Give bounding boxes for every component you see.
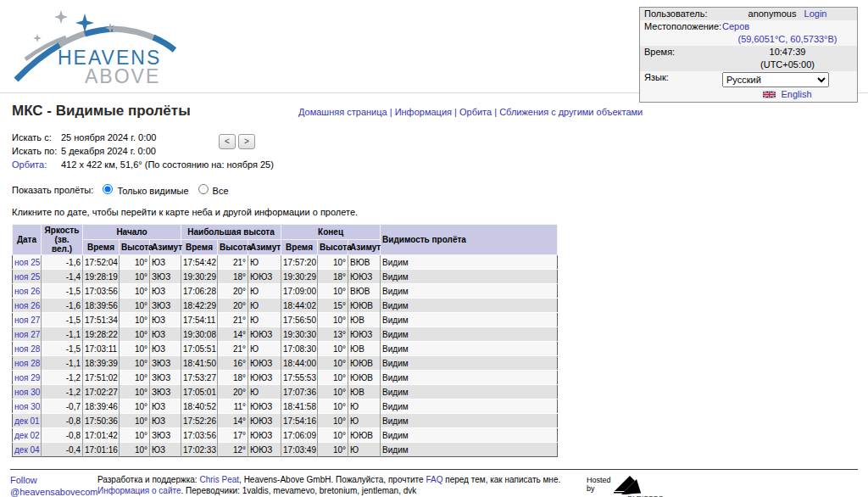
main-content: МКС - Видимые пролёты Домашняя страница … [12,103,856,457]
pass-magnitude: -1,5 [42,342,83,356]
pass-max-azimuth: ЮЮЗ [248,270,281,284]
pass-start-altitude: 10° [120,299,150,313]
logo-graphic: HEAVENS ABOVE [12,5,186,88]
pass-end-altitude: 10° [318,255,348,270]
pass-date-link[interactable]: ноя 27 [14,330,40,339]
col-group-max: Наибольшая высота [181,225,281,240]
col-group-end: Конец [281,225,381,240]
pass-date-link[interactable]: ноя 29 [14,373,40,383]
pass-max-altitude: 16° [218,356,248,371]
pass-end-altitude: 10° [318,284,348,299]
col-header-end-alt: Высота [318,240,348,255]
nav-link-3[interactable]: Сближения с другими объектами [499,107,643,117]
table-row: ноя 25 -1,4 19:28:19 10° ЗЮЗ 19:30:29 18… [13,270,558,284]
pass-end-altitude: 10° [318,371,348,385]
pass-date-link[interactable]: ноя 26 [14,301,40,310]
visible-only-radio[interactable] [103,184,113,194]
faq-link[interactable]: FAQ [426,475,442,484]
pass-magnitude: -1,1 [42,327,83,342]
twitter-handle-link[interactable]: @heavensabovecom [10,487,98,497]
all-passes-radio[interactable] [198,184,209,194]
dlr-logo-icon [613,474,657,497]
orbit-link[interactable]: Орбита: [12,159,47,170]
filter-label: Показать пролёты: [12,185,93,195]
pass-end-time: 17:57:20 [281,255,318,270]
next-period-button[interactable]: > [238,134,255,149]
pass-start-azimuth: ЮЗ [150,399,181,414]
pass-max-altitude: 14° [218,414,248,428]
pass-end-azimuth: ЮЮВ [348,356,381,371]
star-icon [54,10,68,24]
table-row: ноя 29 -1,2 17:51:02 10° ЗЮЗ 17:53:27 18… [13,371,558,385]
table-row: ноя 26 -1,6 18:39:56 10° ЗЮЗ 18:42:29 20… [13,299,558,313]
location-link[interactable]: Серов [722,21,749,31]
pass-date-link[interactable]: дек 02 [14,431,40,440]
pass-magnitude: -1,1 [42,356,83,371]
login-link[interactable]: Login [804,8,827,19]
pass-end-time: 17:56:50 [281,313,318,327]
pass-magnitude: -0,8 [42,428,83,443]
hosted-line1: Hosted [587,476,611,484]
pass-end-time: 19:30:30 [281,327,318,342]
site-info-link[interactable]: Информация о сайте [97,486,181,495]
follow-link[interactable]: Follow [10,475,37,485]
filter-option-all[interactable]: Все [193,184,229,196]
pass-start-altitude: 10° [120,327,150,342]
nav-link-0[interactable]: Домашняя страница [298,107,387,117]
table-row: ноя 27 -1,5 17:51:34 10° ЮЗ 17:54:11 21°… [13,313,558,327]
star-icon [33,34,42,42]
pass-end-altitude: 18° [318,270,348,284]
heavens-above-logo[interactable]: HEAVENS ABOVE [12,5,186,90]
pass-start-time: 18:39:39 [83,356,120,371]
table-row: ноя 25 -1,6 17:52:04 10° ЮЗ 17:54:42 21°… [13,255,558,270]
pass-date-link[interactable]: ноя 27 [14,316,40,325]
pass-start-time: 17:50:36 [83,414,120,428]
pass-date-link[interactable]: ноя 26 [14,287,40,296]
pass-max-azimuth: ЮЮЗ [248,428,281,443]
pass-start-time: 17:02:27 [83,385,120,399]
pass-start-altitude: 10° [120,414,150,428]
nav-link-2[interactable]: Орбита [459,107,492,117]
pass-date-link[interactable]: ноя 28 [14,344,40,354]
table-row: ноя 27 -1,1 19:28:22 10° ЮЗ 19:30:08 14°… [13,327,558,342]
pass-date-link[interactable]: ноя 30 [14,402,40,411]
pass-max-time: 18:40:52 [181,399,218,414]
filter-option-visible-only[interactable]: Только видимые [97,184,188,196]
pass-date-link[interactable]: ноя 25 [14,258,40,267]
pass-end-time: 18:41:58 [281,399,318,414]
previous-period-button[interactable]: < [219,134,236,149]
pass-end-time: 17:06:09 [281,428,318,443]
english-language-link[interactable]: English [781,89,811,99]
developer-link[interactable]: Chris Peat [199,475,239,484]
coordinates-value: (59,6051°С, 60,5733°В) [722,34,853,45]
pass-max-azimuth: Ю [248,255,281,270]
user-label: Пользователь: [644,8,722,20]
orbit-value: 412 x 422 км, 51,6° (По состоянию на: но… [61,158,274,171]
nav-link-1[interactable]: Информация [395,107,452,117]
pass-max-azimuth: ЮЮЗ [248,414,281,428]
pass-start-time: 17:03:11 [83,342,120,356]
pass-date-link[interactable]: ноя 25 [14,272,40,282]
pass-start-altitude: 10° [120,255,150,270]
pass-max-time: 17:06:28 [181,284,218,299]
page-header: HEAVENS ABOVE Пользователь: anonymous Lo… [0,0,868,93]
pass-date-link[interactable]: дек 01 [14,416,40,426]
pass-end-time: 17:09:00 [281,284,318,299]
pass-max-time: 17:03:56 [181,428,218,443]
pass-end-azimuth: ЮЮЗ [348,270,381,284]
pass-max-time: 18:42:29 [181,299,218,313]
pass-date-link[interactable]: дек 04 [14,445,40,455]
pass-max-time: 18:41:50 [181,356,218,371]
pass-date-link[interactable]: ноя 28 [14,359,40,368]
language-select[interactable]: Русский [722,72,829,87]
col-header-max-alt: Высота [218,240,248,255]
time-value: 10:47:39 [722,47,853,58]
pass-max-time: 17:54:42 [181,255,218,270]
pass-start-time: 19:28:19 [83,270,120,284]
page-title: МКС - Видимые пролёты [12,103,298,120]
pass-end-azimuth: ЮВ [348,342,381,356]
utc-offset-value: (UTC+05:00) [722,59,853,70]
pass-max-time: 19:30:29 [181,270,218,284]
pass-start-azimuth: ЗЮЗ [150,428,181,443]
pass-date-link[interactable]: ноя 30 [14,388,40,397]
